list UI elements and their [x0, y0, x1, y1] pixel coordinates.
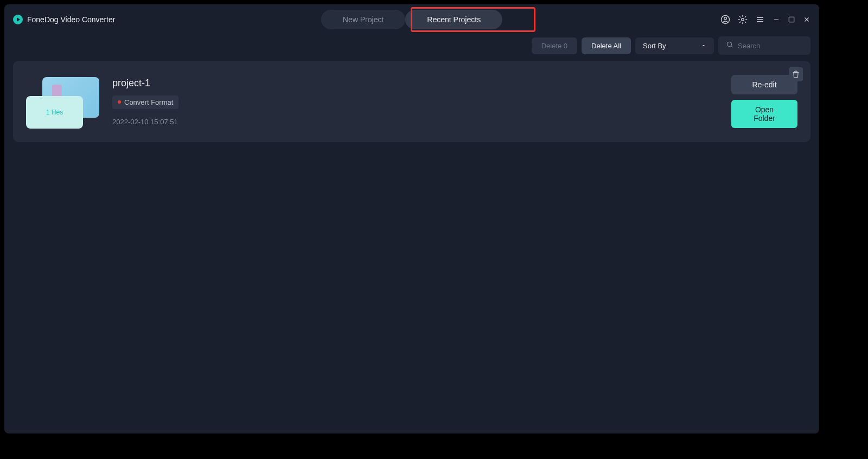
delete-project-button[interactable] — [789, 67, 803, 81]
folder-front-icon: 1 files — [26, 96, 83, 129]
tab-new-project[interactable]: New Project — [321, 10, 405, 29]
reedit-button[interactable]: Re-edit — [731, 75, 797, 94]
settings-icon[interactable] — [738, 15, 748, 24]
tabs-container: New Project Recent Projects — [321, 10, 502, 29]
chevron-down-icon — [701, 42, 706, 50]
delete-all-button[interactable]: Delete All — [582, 37, 631, 54]
search-icon — [726, 41, 733, 50]
search-box — [718, 36, 810, 55]
toolbar: Delete 0 Delete All Sort By — [4, 35, 819, 56]
window-controls — [720, 15, 810, 24]
sort-dropdown[interactable]: Sort By — [635, 37, 714, 54]
badge-dot-icon — [118, 100, 121, 104]
svg-rect-7 — [789, 17, 794, 22]
minimize-icon[interactable] — [773, 16, 780, 23]
folder-files-label: 1 files — [46, 109, 63, 116]
user-icon[interactable] — [720, 15, 730, 24]
close-icon[interactable] — [803, 16, 810, 23]
menu-icon[interactable] — [755, 15, 765, 24]
delete-selected-button[interactable]: Delete 0 — [532, 37, 577, 54]
project-name: project-1 — [112, 78, 731, 89]
svg-point-2 — [742, 18, 744, 21]
titlebar: FoneDog Video Converter New Project Rece… — [4, 4, 819, 35]
project-actions: Re-edit Open Folder — [731, 75, 797, 128]
logo-section: FoneDog Video Converter — [13, 15, 115, 24]
project-type-badge: Convert Format — [112, 95, 178, 109]
svg-line-11 — [731, 46, 732, 47]
sort-label: Sort By — [643, 42, 666, 50]
badge-text: Convert Format — [124, 98, 173, 106]
project-info: project-1 Convert Format 2022-02-10 15:0… — [112, 78, 731, 126]
svg-point-1 — [724, 17, 727, 20]
tab-recent-projects[interactable]: Recent Projects — [405, 10, 502, 29]
app-title: FoneDog Video Converter — [27, 15, 115, 24]
app-window: FoneDog Video Converter New Project Rece… — [4, 4, 819, 433]
open-folder-button[interactable]: Open Folder — [731, 100, 797, 128]
maximize-icon[interactable] — [788, 16, 795, 23]
project-card[interactable]: 1 files project-1 Convert Format 2022-02… — [13, 61, 810, 142]
app-logo-icon — [13, 15, 23, 24]
project-thumbnail: 1 files — [26, 74, 99, 129]
search-input[interactable] — [738, 42, 803, 50]
project-timestamp: 2022-02-10 15:07:51 — [112, 118, 731, 126]
svg-point-10 — [727, 42, 731, 46]
